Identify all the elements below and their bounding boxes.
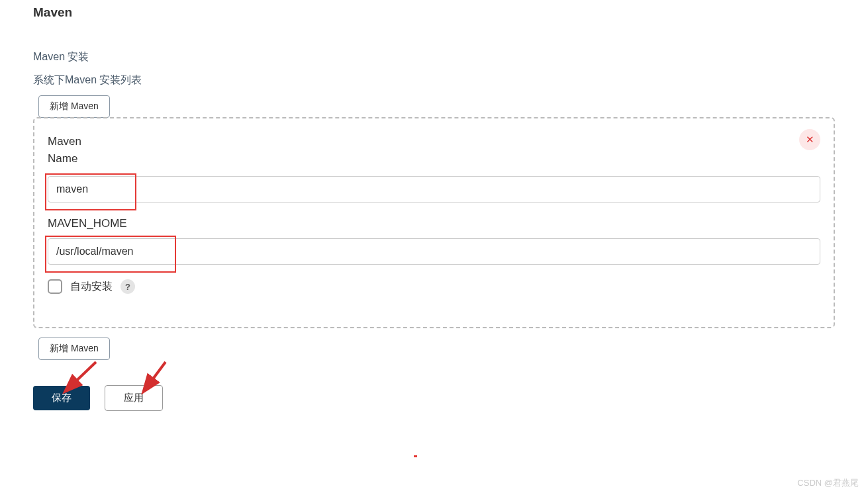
entry-header: Maven Name — [48, 133, 820, 167]
maven-home-input[interactable] — [48, 238, 820, 265]
add-maven-button-top[interactable]: 新增 Maven — [38, 95, 110, 118]
help-icon[interactable]: ? — [121, 279, 135, 294]
install-list-description: 系统下Maven 安装列表 — [33, 73, 835, 87]
entry-header-line1: Maven — [48, 133, 820, 150]
auto-install-label: 自动安装 — [70, 280, 113, 294]
save-button[interactable]: 保存 — [33, 386, 90, 410]
name-input[interactable] — [48, 176, 820, 203]
maven-home-label: MAVEN_HOME — [48, 217, 820, 230]
auto-install-checkbox[interactable] — [48, 279, 62, 294]
entry-header-line2: Name — [48, 150, 820, 167]
apply-button[interactable]: 应用 — [105, 385, 163, 411]
add-maven-button-bottom[interactable]: 新增 Maven — [38, 338, 110, 360]
maven-install-entry: ✕ Maven Name MAVEN_HOME 自动安装 ? — [33, 117, 835, 328]
close-icon[interactable]: ✕ — [799, 129, 820, 150]
section-title: Maven — [33, 5, 835, 20]
footer-actions: 保存 应用 — [33, 385, 835, 411]
install-title: Maven 安装 — [33, 50, 835, 64]
